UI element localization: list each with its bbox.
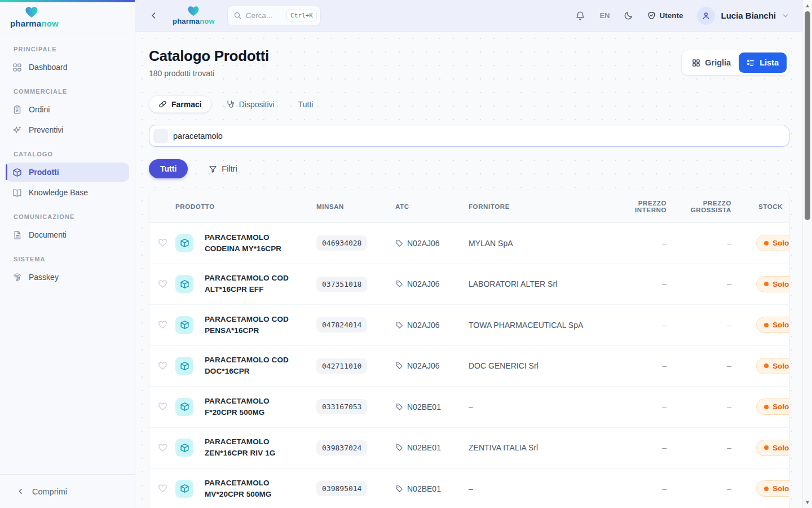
products-table: PRODOTTO MINSAN ATC FORNITORE PREZZO INT… [149, 190, 789, 508]
back-button[interactable] [145, 8, 161, 24]
filters-label: Filtri [222, 164, 237, 173]
table-row[interactable]: PARACETAMOLO CODDOC*16CPR 042711010 N02A… [149, 346, 789, 387]
collapse-label: Comprimi [32, 487, 67, 496]
content-area: Catalogo Prodotti 180 prodotti trovati G… [135, 32, 812, 508]
product-name: PARACETAMOLO CODALT*16CPR EFF [205, 273, 289, 295]
results-count: 180 prodotti trovati [149, 69, 269, 78]
product-package-icon [175, 275, 193, 293]
brand-heart-icon [25, 6, 38, 19]
stock-status-badge: Solo grossista [756, 276, 789, 292]
tag-icon [395, 485, 403, 493]
language-selector[interactable]: EN [599, 11, 610, 20]
product-name: PARACETAMOLOZEN*16CPR RIV 1G [205, 436, 275, 459]
fingerprint-icon [12, 273, 22, 282]
sidebar-item-prodotti[interactable]: Prodotti [6, 163, 129, 182]
header-fornitore: FORNITORE [469, 203, 617, 210]
sidebar-item-passkey[interactable]: Passkey [6, 268, 129, 287]
atc-code: N02BE01 [407, 402, 441, 411]
favorite-heart-icon[interactable] [149, 361, 175, 371]
table-row[interactable]: PARACETAMOLOCODEINA MY*16CPR 046934028 N… [149, 223, 789, 264]
product-package-icon [175, 480, 193, 498]
scrollbar-thumb[interactable] [805, 11, 810, 220]
sidebar-item-documenti[interactable]: Documenti [6, 225, 129, 244]
table-row[interactable]: PARACETAMOLO CODPENSA*16CPR 047824014 N0… [149, 305, 789, 346]
grid-view-label: Griglia [705, 58, 731, 67]
dark-mode-moon-icon[interactable] [624, 11, 633, 20]
user-menu[interactable]: Lucia Bianchi [697, 7, 789, 25]
favorite-heart-icon[interactable] [149, 320, 175, 330]
product-search-input[interactable] [173, 125, 789, 146]
table-row[interactable]: PARACETAMOLOZEN*16CPR RIV 1G 039837024 N… [149, 428, 789, 469]
filter-all-button[interactable]: Tutti [149, 159, 188, 178]
wholesale-price: – [671, 239, 736, 248]
vertical-scrollbar[interactable]: ▲ ▼ [802, 0, 812, 508]
tab-dispositivi[interactable]: Dispositivi [217, 95, 284, 113]
sidebar-item-ordini[interactable]: Ordini [6, 100, 129, 119]
scroll-down-arrow[interactable]: ▼ [803, 498, 812, 507]
search-field-icon [153, 129, 168, 143]
wholesale-price: – [671, 443, 736, 452]
product-package-icon [175, 316, 193, 334]
filters-button[interactable]: Filtri [209, 164, 237, 173]
minsan-code: 039837024 [316, 440, 367, 456]
notifications-bell-icon[interactable] [575, 11, 585, 21]
product-name: PARACETAMOLOMV*20CPR 500MG [205, 478, 271, 500]
tag-icon [395, 239, 403, 247]
supplier-name: – [469, 484, 617, 493]
minsan-code: 037351018 [316, 277, 367, 292]
atc-code: N02AJ06 [407, 279, 440, 288]
stock-status-badge: Solo grossista [756, 480, 789, 497]
tab-dispositivi-label: Dispositivi [239, 100, 275, 109]
user-role-badge[interactable]: Utente [647, 11, 683, 20]
shield-check-icon [647, 11, 656, 20]
favorite-heart-icon[interactable] [149, 484, 175, 493]
favorite-heart-icon[interactable] [149, 279, 175, 289]
atc-code: N02AJ06 [407, 361, 440, 370]
collapse-sidebar-button[interactable]: Comprimi [0, 474, 135, 508]
grid-view-button[interactable]: Griglia [684, 52, 739, 73]
sidebar-item-dashboard[interactable]: Dashboard [6, 58, 129, 77]
chevron-down-icon [782, 12, 789, 20]
stock-status-badge: Solo grossista [756, 235, 789, 251]
table-header-row: PRODOTTO MINSAN ATC FORNITORE PREZZO INT… [149, 190, 789, 223]
brand-heart-icon [187, 6, 200, 17]
sidebar-item-label: Prodotti [29, 168, 59, 177]
tab-tutti-label: Tutti [298, 100, 314, 109]
tab-farmaci[interactable]: Farmaci [149, 95, 211, 113]
minsan-code: 039895014 [316, 481, 367, 496]
supplier-name: DOC GENERICI Srl [469, 361, 617, 370]
favorite-heart-icon[interactable] [149, 238, 175, 248]
stethoscope-icon [226, 100, 235, 108]
nav-section-catalogo: CATALOGO [14, 151, 121, 157]
table-row[interactable]: PARACETAMOLOMV*20CPR 500MG 039895014 N02… [149, 468, 789, 508]
favorite-heart-icon[interactable] [149, 402, 175, 411]
global-search-button[interactable]: Cerca... Ctrl+K [227, 6, 321, 26]
sidebar-item-label: Dashboard [29, 63, 68, 72]
product-name: PARACETAMOLO CODPENSA*16CPR [205, 314, 289, 336]
filter-all-label: Tutti [160, 164, 176, 173]
atc-code: N02AJ06 [407, 321, 440, 330]
sidebar-logo: pharmanow [0, 2, 135, 33]
scroll-up-arrow[interactable]: ▲ [803, 1, 812, 10]
list-view-button[interactable]: Lista [739, 52, 787, 73]
stock-dot-icon [764, 323, 769, 327]
sidebar-item-label: Documenti [29, 230, 67, 239]
sidebar-item-knowledge-base[interactable]: Knowledge Base [6, 183, 129, 202]
supplier-name: MYLAN SpA [469, 239, 617, 248]
table-row[interactable]: PARACETAMOLOF*20CPR 500MG 033167053 N02B… [149, 387, 789, 428]
category-tabs: Farmaci Dispositivi Tutti [149, 95, 812, 113]
tab-tutti[interactable]: Tutti [289, 95, 323, 113]
nav-section-comunicazione: COMUNICAZIONE [14, 213, 121, 220]
minsan-code: 033167053 [316, 399, 367, 414]
header-stock: STOCK [736, 203, 789, 210]
minsan-code: 046934028 [316, 235, 367, 251]
sidebar-item-preventivi[interactable]: Preventivi [6, 120, 129, 139]
table-row[interactable]: PARACETAMOLO CODALT*16CPR EFF 037351018 … [149, 264, 789, 305]
global-search-placeholder: Cerca... [246, 11, 283, 20]
favorite-heart-icon[interactable] [149, 443, 175, 453]
header-minsan: MINSAN [316, 203, 395, 210]
topbar-logo[interactable]: pharmanow [173, 6, 215, 25]
nav-section-principale: PRINCIPALE [14, 46, 121, 52]
avatar [697, 7, 715, 25]
sidebar-item-label: Preventivi [29, 125, 63, 134]
